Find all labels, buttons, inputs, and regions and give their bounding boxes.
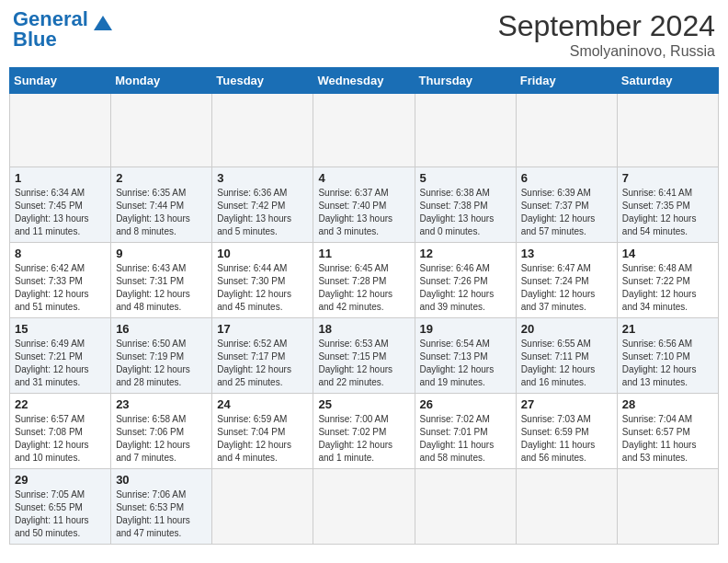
logo-text: GeneralBlue — [13, 9, 88, 50]
day-1: 1 Sunrise: 6:34 AMSunset: 7:45 PMDayligh… — [10, 167, 111, 243]
empty-cell — [516, 469, 617, 545]
calendar-header-row: Sunday Monday Tuesday Wednesday Thursday… — [10, 68, 719, 94]
header-thursday: Thursday — [415, 68, 516, 94]
day-28: 28 Sunrise: 7:04 AMSunset: 6:57 PMDaylig… — [617, 394, 718, 469]
empty-cell — [212, 94, 313, 167]
day-23: 23 Sunrise: 6:58 AMSunset: 7:06 PMDaylig… — [111, 394, 212, 469]
day-22: 22 Sunrise: 6:57 AMSunset: 7:08 PMDaylig… — [10, 394, 111, 469]
day-30: 30 Sunrise: 7:06 AMSunset: 6:53 PMDaylig… — [111, 469, 212, 545]
day-12: 12 Sunrise: 6:46 AMSunset: 7:26 PMDaylig… — [415, 243, 516, 318]
day-26: 26 Sunrise: 7:02 AMSunset: 7:01 PMDaylig… — [415, 394, 516, 469]
calendar-row-6: 29 Sunrise: 7:05 AMSunset: 6:55 PMDaylig… — [10, 469, 719, 545]
day-14: 14 Sunrise: 6:48 AMSunset: 7:22 PMDaylig… — [617, 243, 718, 318]
calendar-row-5: 22 Sunrise: 6:57 AMSunset: 7:08 PMDaylig… — [10, 394, 719, 469]
empty-cell — [415, 94, 516, 167]
day-18: 18 Sunrise: 6:53 AMSunset: 7:15 PMDaylig… — [313, 318, 415, 394]
calendar-table: Sunday Monday Tuesday Wednesday Thursday… — [9, 67, 719, 545]
day-8: 8 Sunrise: 6:42 AMSunset: 7:33 PMDayligh… — [10, 243, 111, 318]
empty-cell — [415, 469, 516, 545]
location: Smolyaninovo, Russia — [497, 43, 715, 60]
page-header: GeneralBlue September 2024 Smolyaninovo,… — [9, 9, 719, 60]
logo-icon — [90, 12, 116, 38]
month-title: September 2024 — [497, 9, 715, 43]
day-21: 21 Sunrise: 6:56 AMSunset: 7:10 PMDaylig… — [617, 318, 718, 394]
calendar-row-3: 8 Sunrise: 6:42 AMSunset: 7:33 PMDayligh… — [10, 243, 719, 318]
header-saturday: Saturday — [617, 68, 718, 94]
calendar-row-4: 15 Sunrise: 6:49 AMSunset: 7:21 PMDaylig… — [10, 318, 719, 394]
day-19: 19 Sunrise: 6:54 AMSunset: 7:13 PMDaylig… — [415, 318, 516, 394]
empty-cell — [617, 94, 718, 167]
empty-cell — [516, 94, 617, 167]
empty-cell — [617, 469, 718, 545]
day-15: 15 Sunrise: 6:49 AMSunset: 7:21 PMDaylig… — [10, 318, 111, 394]
day-11: 11 Sunrise: 6:45 AMSunset: 7:28 PMDaylig… — [313, 243, 415, 318]
empty-cell — [10, 94, 111, 167]
day-6: 6 Sunrise: 6:39 AMSunset: 7:37 PMDayligh… — [516, 167, 617, 243]
title-area: September 2024 Smolyaninovo, Russia — [497, 9, 715, 60]
logo: GeneralBlue — [13, 9, 116, 50]
calendar-row-2: 1 Sunrise: 6:34 AMSunset: 7:45 PMDayligh… — [10, 167, 719, 243]
day-4: 4 Sunrise: 6:37 AMSunset: 7:40 PMDayligh… — [313, 167, 415, 243]
header-wednesday: Wednesday — [313, 68, 415, 94]
day-27: 27 Sunrise: 7:03 AMSunset: 6:59 PMDaylig… — [516, 394, 617, 469]
day-10: 10 Sunrise: 6:44 AMSunset: 7:30 PMDaylig… — [212, 243, 313, 318]
day-13: 13 Sunrise: 6:47 AMSunset: 7:24 PMDaylig… — [516, 243, 617, 318]
empty-cell — [313, 94, 415, 167]
header-monday: Monday — [111, 68, 212, 94]
empty-cell — [212, 469, 313, 545]
day-3: 3 Sunrise: 6:36 AMSunset: 7:42 PMDayligh… — [212, 167, 313, 243]
day-24: 24 Sunrise: 6:59 AMSunset: 7:04 PMDaylig… — [212, 394, 313, 469]
day-5: 5 Sunrise: 6:38 AMSunset: 7:38 PMDayligh… — [415, 167, 516, 243]
header-friday: Friday — [516, 68, 617, 94]
header-tuesday: Tuesday — [212, 68, 313, 94]
day-25: 25 Sunrise: 7:00 AMSunset: 7:02 PMDaylig… — [313, 394, 415, 469]
day-20: 20 Sunrise: 6:55 AMSunset: 7:11 PMDaylig… — [516, 318, 617, 394]
day-16: 16 Sunrise: 6:50 AMSunset: 7:19 PMDaylig… — [111, 318, 212, 394]
day-9: 9 Sunrise: 6:43 AMSunset: 7:31 PMDayligh… — [111, 243, 212, 318]
day-2: 2 Sunrise: 6:35 AMSunset: 7:44 PMDayligh… — [111, 167, 212, 243]
day-7: 7 Sunrise: 6:41 AMSunset: 7:35 PMDayligh… — [617, 167, 718, 243]
calendar-row-1 — [10, 94, 719, 167]
header-sunday: Sunday — [10, 68, 111, 94]
day-17: 17 Sunrise: 6:52 AMSunset: 7:17 PMDaylig… — [212, 318, 313, 394]
empty-cell — [111, 94, 212, 167]
logo-blue: Blue — [13, 28, 57, 51]
day-29: 29 Sunrise: 7:05 AMSunset: 6:55 PMDaylig… — [10, 469, 111, 545]
svg-marker-0 — [94, 16, 112, 30]
empty-cell — [313, 469, 415, 545]
